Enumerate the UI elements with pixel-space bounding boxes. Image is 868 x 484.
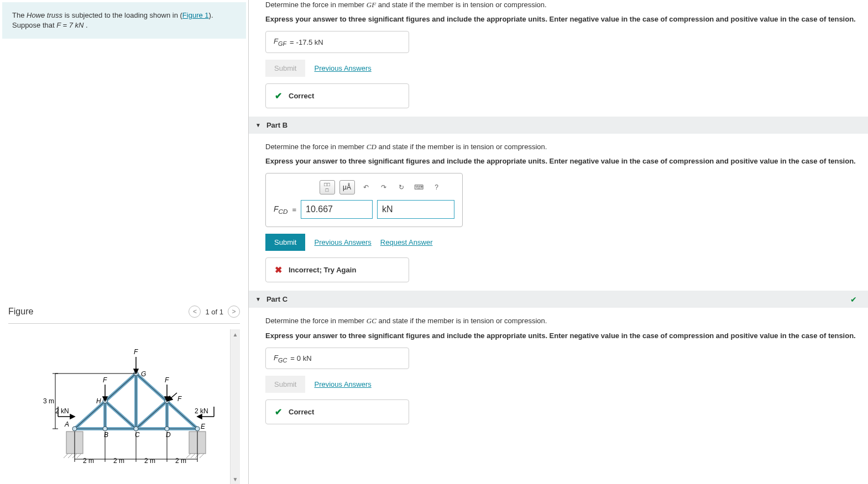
part-b-equation-editor: □□□ μÅ ↶ ↷ ↻ ⌨ ? FCD = [265, 173, 463, 227]
help-button[interactable]: ? [430, 180, 443, 194]
label-F-inner: F [177, 395, 182, 403]
part-a-answer-box: FGF = -17.5 kN [265, 31, 409, 53]
part-b-request-answer-link[interactable]: Request Answer [380, 238, 433, 246]
label-span2: 2 m [113, 457, 124, 465]
svg-point-29 [165, 427, 169, 431]
part-b: ▼ Part B Determine the force in member C… [265, 117, 857, 282]
label-span4: 2 m [175, 457, 186, 465]
figure-pager: 1 of 1 [205, 308, 223, 316]
part-c-instructions: Express your answer to three significant… [265, 331, 857, 341]
part-b-question: Determine the force in member CD and sta… [265, 142, 857, 152]
part-c-header[interactable]: ▼ Part C ✔ [249, 291, 868, 308]
part-b-title: Part B [266, 121, 287, 129]
part-a: Determine the force in member GF and sta… [265, 0, 857, 108]
label-H: H [96, 397, 101, 405]
problem-period: . [84, 21, 88, 29]
part-a-previous-answers-link[interactable]: Previous Answers [314, 64, 371, 72]
templates-button[interactable]: □□□ [320, 180, 335, 194]
figure-panel: Figure < 1 of 1 > ▲ ▼ [0, 300, 248, 484]
part-c-previous-answers-link[interactable]: Previous Answers [314, 380, 371, 388]
part-b-feedback-text: Incorrect; Try Again [289, 266, 356, 274]
svg-line-9 [200, 454, 204, 458]
label-span3: 2 m [144, 457, 155, 465]
problem-mid: is subjected to the loading shown in ( [62, 11, 182, 19]
part-c: ▼ Part C ✔ Determine the force in member… [265, 291, 857, 424]
redo-button[interactable]: ↷ [377, 180, 390, 194]
part-a-submit-button: Submit [265, 60, 305, 77]
label-G: G [141, 370, 146, 378]
part-a-question: Determine the force in member GF and sta… [265, 0, 857, 10]
svg-point-28 [134, 427, 138, 431]
part-b-submit-button[interactable]: Submit [265, 234, 305, 251]
figure-title: Figure [8, 307, 33, 317]
part-a-var: F [274, 37, 278, 45]
svg-line-5 [77, 454, 81, 458]
label-2kN-left: 2 kN [55, 407, 69, 415]
caret-down-icon: ▼ [255, 296, 261, 302]
truss-figure: F G F F H F 3 m 2 kN 2 kN A B C [25, 335, 224, 467]
part-b-equals: = [292, 206, 296, 214]
label-3m: 3 m [43, 397, 54, 405]
part-c-feedback: ✔ Correct [265, 399, 409, 424]
part-b-value-input[interactable] [301, 200, 373, 219]
label-D: D [166, 431, 171, 439]
part-b-sub: CD [279, 208, 288, 215]
part-c-value: 0 kN [297, 354, 312, 362]
svg-line-2 [64, 454, 68, 458]
svg-point-30 [195, 427, 200, 431]
label-2kN-right: 2 kN [195, 407, 208, 415]
svg-line-7 [191, 454, 195, 458]
part-c-sub: GC [278, 356, 287, 363]
label-F-left: F [103, 376, 107, 384]
svg-line-25 [136, 401, 167, 429]
label-A: A [64, 420, 69, 428]
label-span1: 2 m [83, 457, 94, 465]
scroll-down-icon[interactable]: ▼ [231, 474, 240, 484]
part-c-answer-box: FGC = 0 kN [265, 348, 409, 370]
part-c-title: Part C [266, 295, 287, 303]
part-b-instructions: Express your answer to three significant… [265, 156, 857, 166]
reset-button[interactable]: ↻ [395, 180, 408, 194]
svg-line-24 [105, 401, 136, 429]
figure-scrollbar[interactable]: ▲ ▼ [230, 329, 240, 484]
figure-link[interactable]: Figure 1 [182, 11, 209, 19]
figure-next-button[interactable]: > [228, 306, 240, 318]
part-c-var: F [274, 354, 278, 362]
svg-point-26 [72, 427, 77, 431]
part-b-var: F [274, 204, 279, 213]
undo-button[interactable]: ↶ [359, 180, 373, 194]
svg-line-3 [68, 454, 72, 458]
part-a-value: -17.5 kN [296, 38, 323, 46]
svg-marker-44 [197, 414, 202, 419]
part-b-feedback: ✖ Incorrect; Try Again [265, 257, 409, 282]
part-c-equals: = [290, 354, 295, 362]
part-b-unit-input[interactable] [377, 200, 454, 219]
label-F-top: F [134, 348, 138, 356]
svg-point-27 [103, 427, 107, 431]
check-icon: ✔ [275, 91, 282, 101]
svg-marker-41 [70, 414, 75, 419]
problem-statement: The Howe truss is subjected to the loadi… [2, 2, 246, 39]
label-C: C [135, 431, 140, 439]
part-c-submit-button: Submit [265, 376, 305, 393]
part-b-header[interactable]: ▼ Part B [249, 117, 868, 134]
label-F-right: F [165, 376, 169, 384]
howe-truss-text: Howe truss [27, 11, 62, 19]
part-b-previous-answers-link[interactable]: Previous Answers [314, 238, 371, 246]
part-a-feedback: ✔ Correct [265, 83, 409, 108]
caret-down-icon: ▼ [255, 122, 261, 128]
part-a-instructions: Express your answer to three significant… [265, 14, 857, 24]
scroll-up-icon[interactable]: ▲ [231, 329, 240, 339]
label-B: B [104, 431, 108, 439]
units-button[interactable]: μÅ [339, 180, 355, 194]
part-a-feedback-text: Correct [289, 92, 314, 100]
keyboard-button[interactable]: ⌨ [412, 180, 426, 194]
part-a-sub: GF [278, 40, 286, 47]
check-icon: ✔ [275, 407, 282, 417]
problem-prefix: The [12, 11, 27, 19]
svg-line-6 [186, 454, 191, 458]
check-icon: ✔ [850, 295, 857, 304]
figure-prev-button[interactable]: < [189, 306, 201, 318]
part-c-question: Determine the force in member GC and sta… [265, 316, 857, 326]
problem-equation: F = 7 kN [56, 21, 83, 29]
